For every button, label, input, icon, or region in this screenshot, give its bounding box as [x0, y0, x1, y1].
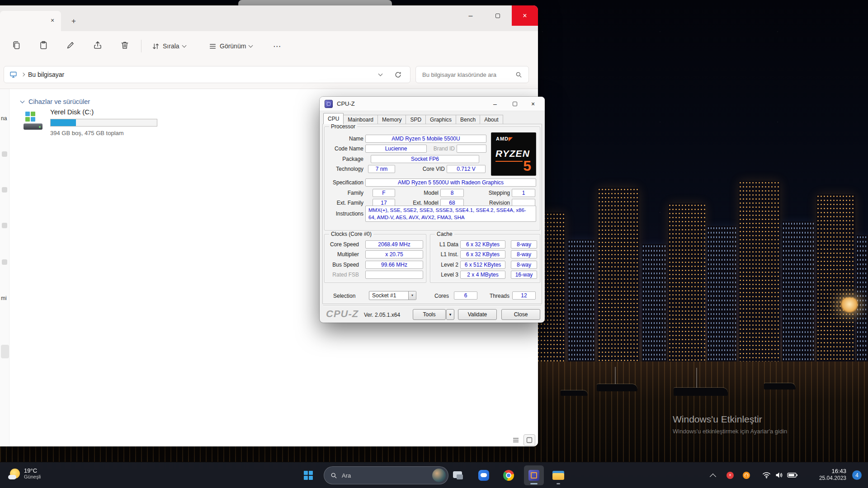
tab-close-icon[interactable]: × — [47, 16, 57, 26]
explorer-tab[interactable]: × — [0, 11, 61, 31]
chat-button[interactable] — [474, 465, 494, 485]
wifi-icon[interactable] — [760, 462, 772, 488]
sort-button[interactable]: Sırala — [147, 38, 190, 54]
tab-cpu[interactable]: CPU — [323, 113, 344, 124]
cpu-name-field[interactable]: AMD Ryzen 5 Mobile 5500U — [365, 135, 486, 143]
battery-icon[interactable] — [786, 462, 799, 488]
code-name-field[interactable]: Lucienne — [365, 145, 427, 153]
tab-bench[interactable]: Bench — [456, 115, 480, 124]
instructions-field[interactable]: MMX(+), SSE, SSE2, SSE3, SSSE3, SSE4.1, … — [365, 206, 536, 222]
search-highlight-image[interactable] — [432, 469, 446, 482]
volume-icon[interactable] — [773, 462, 785, 488]
cpuz-close-button[interactable]: × — [523, 97, 543, 111]
explorer-search-box[interactable] — [415, 66, 529, 83]
task-view-button[interactable] — [448, 465, 467, 485]
start-button[interactable] — [298, 465, 318, 485]
l1-inst-way-field[interactable]: 8-way — [511, 250, 537, 258]
rated-fsb-field[interactable] — [365, 271, 423, 279]
cpuz-title-bar[interactable]: CPU-Z – × — [320, 97, 545, 111]
breadcrumb[interactable]: Bu bilgisayar — [28, 71, 64, 78]
notification-badge[interactable]: 4 — [852, 470, 862, 480]
weather-temp: 19°C — [24, 467, 41, 474]
tab-mainboard[interactable]: Mainboard — [344, 115, 378, 124]
family-field[interactable]: F — [373, 189, 395, 197]
core-vid-field[interactable]: 0.712 V — [447, 165, 486, 173]
stepping-field[interactable]: 1 — [512, 189, 535, 197]
nav-icon-fragment[interactable] — [2, 151, 7, 157]
taskbar-search[interactable] — [324, 466, 448, 484]
see-more-button[interactable]: ⋯ — [268, 38, 286, 54]
technology-field[interactable]: 7 nm — [368, 165, 395, 173]
validate-button[interactable]: Validate — [458, 309, 497, 320]
new-tab-button[interactable]: + — [69, 16, 79, 26]
l1-data-way-field[interactable]: 8-way — [511, 240, 537, 249]
threads-field[interactable]: 12 — [512, 291, 536, 300]
tab-graphics[interactable]: Graphics — [426, 115, 456, 124]
copy-button[interactable] — [6, 35, 26, 55]
section-devices-and-drives[interactable]: Cihazlar ve sürücüler — [21, 98, 90, 105]
cores-field[interactable]: 6 — [454, 291, 477, 300]
combo-dropdown-icon[interactable]: ▾ — [408, 291, 416, 300]
specification-field[interactable]: AMD Ryzen 5 5500U with Radeon Graphics — [365, 178, 536, 187]
tray-overflow-button[interactable] — [707, 462, 719, 488]
tab-memory[interactable]: Memory — [378, 115, 406, 124]
tab-spd[interactable]: SPD — [406, 115, 426, 124]
close-button[interactable]: × — [512, 5, 538, 26]
chrome-button[interactable] — [499, 465, 519, 485]
file-explorer-button[interactable] — [548, 465, 568, 485]
close-button-cpuz[interactable]: Close — [501, 309, 540, 320]
model-field[interactable]: 8 — [440, 189, 464, 197]
package-field[interactable]: Socket FP6 — [371, 155, 479, 163]
tools-dropdown-button[interactable]: ▾ — [446, 309, 454, 320]
delete-button[interactable] — [115, 35, 135, 55]
cpuz-taskbar-button[interactable] — [524, 465, 544, 485]
tools-button[interactable]: Tools — [413, 309, 446, 320]
brand-id-field[interactable] — [457, 145, 486, 153]
multiplier-field[interactable]: x 20.75 — [365, 250, 423, 258]
tray-red-app-icon[interactable]: × — [724, 462, 736, 488]
core-speed-field[interactable]: 2068.49 MHz — [365, 240, 423, 249]
taskbar-search-input[interactable] — [342, 472, 414, 479]
nav-item-fragment[interactable]: na — [1, 115, 7, 122]
share-icon — [93, 41, 102, 50]
paste-button[interactable] — [33, 35, 53, 55]
level2-size-field[interactable]: 6 x 512 KBytes — [460, 261, 505, 269]
view-button[interactable]: Görünüm — [204, 38, 257, 54]
section-collapse-icon[interactable] — [20, 99, 25, 103]
maximize-button[interactable] — [485, 5, 511, 26]
cpuz-maximize-button[interactable] — [505, 97, 525, 111]
nav-icon-fragment[interactable] — [2, 259, 7, 265]
rename-button[interactable] — [61, 35, 80, 55]
nav-item-fragment[interactable]: mi — [1, 295, 7, 301]
level3-size-field[interactable]: 2 x 4 MBytes — [460, 271, 505, 279]
nav-selected-item[interactable] — [1, 345, 9, 358]
address-dropdown-icon[interactable] — [378, 72, 383, 76]
cpuz-minimize-button[interactable]: – — [485, 97, 505, 111]
rename-icon — [66, 41, 75, 50]
bus-speed-field[interactable]: 99.66 MHz — [365, 261, 423, 269]
tab-about[interactable]: About — [480, 115, 503, 124]
clock[interactable]: 16:43 25.04.2023 — [819, 468, 846, 482]
explorer-search-input[interactable] — [422, 71, 513, 78]
socket-selector[interactable]: Socket #1 ▾ — [369, 291, 416, 300]
thumbnail-view-toggle[interactable] — [524, 434, 535, 446]
nav-icon-fragment[interactable] — [2, 187, 7, 192]
tray-orange-app-icon[interactable] — [741, 462, 752, 488]
multiplier-label: Multiplier — [326, 250, 359, 258]
level3-way-field[interactable]: 16-way — [511, 271, 537, 279]
city-building — [598, 188, 639, 361]
level2-way-field[interactable]: 8-way — [511, 261, 537, 269]
l1-data-size-field[interactable]: 6 x 32 KBytes — [460, 240, 505, 249]
brand-id-label: Brand ID — [429, 145, 455, 153]
watermark-subtitle: Windows'u etkinleştirmek için Ayarlar'a … — [673, 428, 787, 435]
l1-inst-size-field[interactable]: 6 x 32 KBytes — [460, 250, 505, 258]
activate-windows-watermark: Windows'u Etkinleştir Windows'u etkinleş… — [673, 414, 787, 435]
refresh-icon[interactable] — [394, 71, 402, 79]
drive-name[interactable]: Yerel Disk (C:) — [50, 108, 94, 116]
weather-widget[interactable]: 19°C Güneşli — [6, 465, 44, 482]
address-bar[interactable]: Bu bilgisayar — [4, 66, 410, 83]
minimize-button[interactable]: – — [458, 5, 484, 26]
share-button[interactable] — [88, 35, 108, 55]
nav-icon-fragment[interactable] — [2, 223, 7, 228]
details-view-toggle[interactable] — [510, 434, 522, 446]
